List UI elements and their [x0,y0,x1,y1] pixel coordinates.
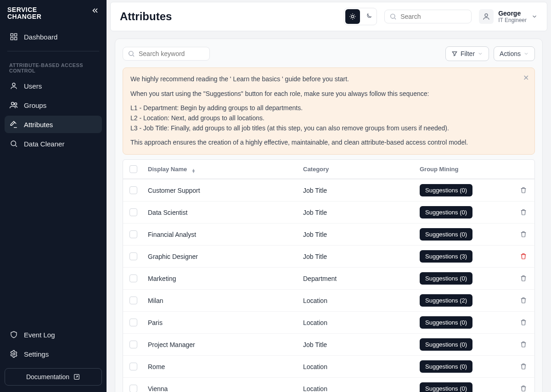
cell-category: Job Title [303,341,420,348]
delete-button[interactable] [519,274,528,283]
delete-button[interactable] [519,318,528,327]
shield-icon [9,330,18,339]
cell-display-name: Rome [148,363,303,370]
svg-point-5 [11,102,14,105]
external-link-icon [73,373,80,381]
row-checkbox[interactable] [129,230,137,238]
row-checkbox[interactable] [129,385,137,392]
row-checkbox[interactable] [129,297,137,304]
actions-label: Actions [500,50,521,57]
theme-light-button[interactable] [345,9,360,24]
col-header-group-mining[interactable]: Group Mining [420,166,510,173]
table-row: Project ManagerJob TitleSuggestions (0) [123,333,534,355]
suggestions-button[interactable]: Suggestions (2) [420,294,472,307]
logo: SERVICE CHANGER [7,6,41,20]
sidebar-item-groups[interactable]: Groups [5,96,102,114]
cell-display-name: Marketing [148,275,303,282]
keyword-search[interactable] [123,47,210,61]
suggestions-button[interactable]: Suggestions (0) [420,206,472,218]
svg-point-13 [129,51,133,56]
sidebar-item-data-cleaner[interactable]: Data Cleaner [5,135,102,152]
suggestions-button[interactable]: Suggestions (0) [420,338,472,351]
avatar [479,9,494,24]
svg-point-8 [13,353,15,355]
row-checkbox[interactable] [129,252,137,260]
filter-button[interactable]: Filter [445,46,489,61]
cell-category: Location [303,319,420,326]
table-row: Customer SupportJob TitleSuggestions (0) [123,179,534,201]
delete-button[interactable] [519,296,528,305]
sort-icon: ▲▼ [191,169,196,173]
svg-rect-2 [11,38,13,40]
row-checkbox[interactable] [129,274,137,282]
svg-point-4 [12,83,15,86]
keyword-search-input[interactable] [139,50,205,57]
sidebar-item-users[interactable]: Users [5,77,102,95]
svg-rect-0 [11,34,13,36]
table-row: Graphic DesignerJob TitleSuggestions (3) [123,245,534,267]
global-search-input[interactable] [400,13,467,20]
delete-button[interactable] [519,207,528,217]
cell-display-name: Financial Analyst [148,231,303,238]
actions-button[interactable]: Actions [494,46,535,61]
table-row: ViennaLocationSuggestions (0) [123,377,534,392]
cell-display-name: Customer Support [148,187,303,194]
user-menu[interactable]: George IT Engineer [479,9,538,24]
table-header: Display Name ▲▼ Category Group Mining [123,160,534,179]
user-icon [9,81,18,90]
svg-point-7 [11,141,16,146]
delete-button[interactable] [519,362,528,371]
table-row: MarketingDepartmentSuggestions (0) [123,267,534,289]
search-icon [128,50,135,57]
row-checkbox[interactable] [129,319,137,326]
sidebar-item-label: Dashboard [24,33,57,41]
info-text: This approach ensures the creation of a … [130,138,527,148]
sidebar-item-dashboard[interactable]: Dashboard [5,28,102,45]
delete-button[interactable] [519,384,528,392]
global-search[interactable] [384,10,472,23]
suggestions-button[interactable]: Suggestions (0) [420,184,472,196]
sidebar-item-attributes[interactable]: Attributes [5,116,102,133]
delete-button[interactable] [519,252,528,261]
delete-button[interactable] [519,340,528,349]
svg-rect-1 [15,34,17,36]
row-checkbox[interactable] [129,341,137,348]
info-text: L3 - Job Title: Finally, add groups to a… [130,123,527,134]
dashboard-icon [9,32,18,41]
table-row: ParisLocationSuggestions (0) [123,311,534,333]
suggestions-button[interactable]: Suggestions (0) [420,382,472,392]
attributes-table: Display Name ▲▼ Category Group Mining Cu… [123,159,535,392]
suggestions-button[interactable]: Suggestions (0) [420,316,472,329]
cell-display-name: Data Scientist [148,209,303,216]
svg-point-11 [391,14,395,18]
theme-dark-button[interactable] [361,9,376,24]
suggestions-button[interactable]: Suggestions (0) [420,360,472,373]
row-checkbox[interactable] [129,363,137,370]
table-row: RomeLocationSuggestions (0) [123,355,534,377]
suggestions-button[interactable]: Suggestions (3) [420,250,472,263]
cell-display-name: Milan [148,297,303,304]
info-close-button[interactable]: ✕ [523,73,529,84]
col-header-display-name[interactable]: Display Name ▲▼ [148,166,303,173]
content-toolbar: Filter Actions [123,46,535,61]
delete-button[interactable] [519,230,528,239]
suggestions-button[interactable]: Suggestions (0) [420,272,472,285]
sidebar-item-label: Groups [24,101,46,109]
row-checkbox[interactable] [129,186,137,194]
main: Attributes George [107,0,551,392]
sidebar-item-settings[interactable]: Settings [5,345,102,363]
user-role: IT Engineer [498,17,527,23]
sidebar-item-event-log[interactable]: Event Log [5,326,102,343]
users-icon [9,101,18,110]
row-checkbox[interactable] [129,208,137,216]
suggestions-button[interactable]: Suggestions (0) [420,228,472,241]
cell-category: Job Title [303,209,420,216]
filter-icon [451,50,458,57]
delete-button[interactable] [519,185,528,195]
cell-category: Location [303,363,420,370]
col-header-category[interactable]: Category [303,166,420,173]
cell-category: Job Title [303,187,420,194]
documentation-button[interactable]: Documentation [5,368,102,386]
select-all-checkbox[interactable] [129,165,137,173]
sidebar-collapse-button[interactable] [91,6,99,15]
